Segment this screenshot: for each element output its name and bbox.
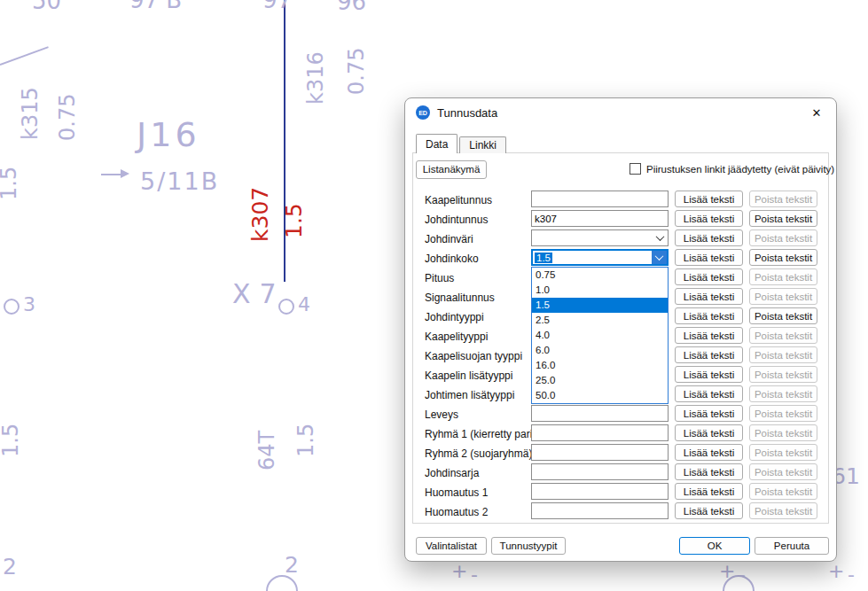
remove-text-button: Poista tekstit [749, 327, 817, 344]
add-text-button[interactable]: Lisää teksti [675, 210, 743, 227]
add-text-button[interactable]: Lisää teksti [675, 327, 743, 344]
field-label: Johtimen lisätyyppi [425, 389, 514, 401]
wire-line-vertical [284, 0, 285, 282]
cancel-button[interactable]: Peruuta [755, 537, 829, 555]
dropdown-option[interactable]: 25.0 [532, 373, 668, 388]
add-text-button[interactable]: Lisää teksti [675, 249, 743, 266]
remove-text-button[interactable]: Poista tekstit [749, 307, 817, 324]
johdinkoko-dropdown-list[interactable]: 0.751.01.52.54.06.016.025.050.0 [531, 267, 669, 404]
dropdown-option[interactable]: 4.0 [532, 328, 668, 343]
form-row: Huomautus 2Lisää tekstiPoista tekstit [405, 502, 836, 522]
drawing-text: 5/11B [140, 169, 219, 193]
remove-text-button: Poista tekstit [749, 229, 817, 246]
drawing-text-red: k307 [249, 187, 271, 242]
field-label: Ryhmä 2 (suojaryhmä) [425, 447, 532, 460]
drawing-text: 64T [256, 423, 278, 470]
add-text-button[interactable]: Lisää teksti [675, 307, 743, 324]
dropdown-option[interactable]: 6.0 [532, 343, 668, 358]
add-text-button[interactable]: Lisää teksti [675, 463, 743, 480]
dialog-title: Tunnusdata [437, 106, 497, 120]
tab-linkki[interactable]: Linkki [459, 136, 506, 153]
drawing-text: 96 [337, 0, 366, 13]
add-text-button[interactable]: Lisää teksti [675, 502, 743, 519]
drawing-text: 3 [23, 295, 35, 315]
remove-text-button: Poista tekstit [749, 385, 817, 402]
field-label: Leveys [425, 408, 458, 421]
add-text-button[interactable]: Lisää teksti [675, 385, 743, 402]
chevron-glyph [655, 252, 664, 261]
drawing-text: J16 [137, 118, 200, 152]
text-field[interactable] [531, 405, 669, 422]
remove-text-button: Poista tekstit [749, 502, 817, 519]
tunnustyypit-button[interactable]: Tunnustyypit [491, 537, 566, 555]
app-icon: ED [416, 105, 430, 120]
field-label: Pituus [425, 272, 454, 284]
add-text-button[interactable]: Lisää teksti [675, 229, 743, 246]
field-label: Kaapelin lisätyyppi [425, 369, 512, 382]
add-text-button[interactable]: Lisää teksti [675, 288, 743, 305]
add-text-button[interactable]: Lisää teksti [675, 405, 743, 422]
remove-text-button: Poista tekstit [749, 424, 817, 441]
tab-data[interactable]: Data [416, 134, 457, 153]
remove-text-button: Poista tekstit [749, 191, 817, 207]
text-field[interactable] [531, 210, 669, 227]
text-field[interactable] [531, 191, 669, 207]
dropdown-option[interactable]: 0.75 [532, 268, 668, 283]
combobox-field[interactable]: 1.5 [531, 249, 669, 266]
form-row: KaapelitunnusLisää tekstiPoista tekstit [405, 191, 836, 210]
text-field[interactable] [531, 502, 669, 519]
dropdown-option[interactable]: 50.0 [532, 388, 668, 403]
combobox-value: 1.5 [533, 253, 652, 263]
text-field[interactable] [531, 483, 669, 500]
add-text-button[interactable]: Lisää teksti [675, 424, 743, 441]
add-text-button[interactable]: Lisää teksti [675, 444, 743, 461]
dropdown-option[interactable]: 16.0 [532, 358, 668, 373]
text-field[interactable] [531, 444, 669, 461]
add-text-button[interactable]: Lisää teksti [675, 346, 743, 363]
dropdown-option[interactable]: 1.5 [532, 298, 668, 313]
list-view-button[interactable]: Listanäkymä [416, 160, 487, 179]
drawing-text: 1.5 [295, 416, 317, 457]
add-text-button[interactable]: Lisää teksti [675, 366, 743, 383]
remove-text-button[interactable]: Poista tekstit [749, 249, 817, 266]
drawing-text: 2 [285, 554, 299, 576]
arrow-line [101, 174, 122, 175]
dropdown-option[interactable]: 2.5 [532, 313, 668, 328]
field-label: Ryhmä 1 (kierretty pari) [425, 428, 536, 440]
chevron-down-icon[interactable] [653, 230, 668, 245]
remove-text-button: Poista tekstit [749, 268, 817, 285]
close-icon[interactable]: ✕ [808, 104, 825, 121]
field-label: Johdinväri [425, 233, 473, 245]
freeze-links-label: Piirustuksen linkit jäädytetty (eivät pä… [646, 164, 834, 175]
dropdown-option[interactable]: 1.0 [532, 283, 668, 298]
drawing-text-red: 1.5 [283, 201, 305, 238]
field-label: Huomautus 2 [425, 506, 488, 518]
remove-text-button: Poista tekstit [749, 463, 817, 480]
remove-text-button[interactable]: Poista tekstit [749, 210, 817, 227]
drawing-text: 2 [3, 556, 17, 578]
freeze-links-checkbox[interactable] [629, 163, 641, 175]
add-text-button[interactable]: Lisää teksti [675, 191, 743, 207]
combobox-field[interactable] [531, 229, 669, 246]
remove-text-button: Poista tekstit [749, 483, 817, 500]
text-field[interactable] [531, 463, 669, 480]
text-field[interactable] [531, 424, 669, 441]
add-text-button[interactable]: Lisää teksti [675, 268, 743, 285]
arrow-head-icon [121, 169, 129, 178]
field-label: Johdintunnus [425, 214, 488, 226]
remove-text-button: Poista tekstit [749, 405, 817, 422]
field-label: Kaapelityyppi [425, 330, 488, 343]
form-row: Huomautus 1Lisää tekstiPoista tekstit [405, 483, 836, 502]
drawing-diagonal-line [0, 46, 49, 66]
ok-button[interactable]: OK [679, 537, 750, 555]
chevron-down-icon[interactable] [652, 251, 667, 264]
valintalistat-button[interactable]: Valintalistat [416, 537, 487, 555]
field-label: Johdinkoko [425, 253, 479, 265]
field-label: Johdinsarja [425, 467, 479, 479]
drawing-text: 0.75 [346, 42, 367, 95]
field-label: Kaapelisuojan tyyppi [425, 350, 522, 362]
add-text-button[interactable]: Lisää teksti [675, 483, 743, 500]
remove-text-button: Poista tekstit [749, 444, 817, 461]
dialog-titlebar[interactable]: ED Tunnusdata ✕ [405, 98, 836, 127]
form-row: JohdinsarjaLisää tekstiPoista tekstit [405, 463, 836, 483]
